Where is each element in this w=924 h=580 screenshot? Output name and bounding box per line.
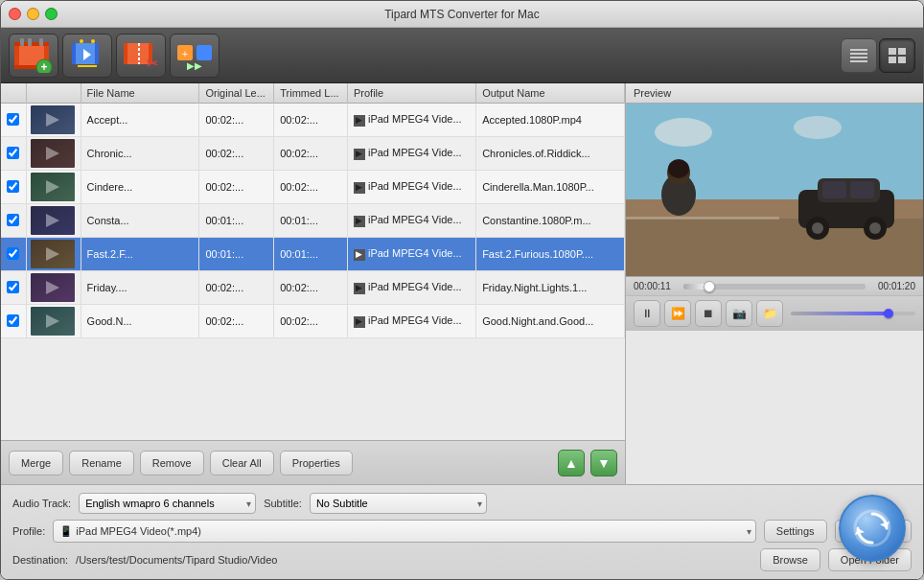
- row-profile: ▶iPad MPEG4 Vide...: [347, 305, 475, 338]
- svg-rect-23: [196, 45, 212, 60]
- row-checkbox[interactable]: [7, 113, 19, 126]
- svg-rect-18: [124, 43, 127, 64]
- svg-rect-32: [889, 57, 896, 63]
- edit-button[interactable]: [62, 34, 112, 78]
- main-window: Tipard MTS Converter for Mac +: [0, 0, 924, 580]
- row-thumb-cell: [26, 305, 81, 338]
- row-original: 00:01:...: [199, 238, 274, 271]
- folder-button[interactable]: 📁: [756, 300, 783, 327]
- preview-header: Preview: [626, 83, 923, 104]
- svg-text:+: +: [182, 48, 188, 59]
- close-button[interactable]: [9, 8, 21, 20]
- rename-button[interactable]: Rename: [69, 451, 134, 476]
- row-checkbox[interactable]: [7, 180, 19, 193]
- merge-button[interactable]: + ▶▶: [170, 34, 219, 78]
- preview-scene: [626, 104, 923, 276]
- list-view-icon: [850, 48, 867, 63]
- main-content: File Name Original Le... Trimmed L... Pr…: [1, 83, 923, 484]
- row-trimmed: 00:01:...: [274, 204, 348, 238]
- remove-button[interactable]: Remove: [140, 451, 204, 476]
- subtitle-dropdown[interactable]: No Subtitle: [310, 493, 487, 514]
- svg-rect-72: [626, 104, 923, 276]
- stop-button[interactable]: ⏹: [695, 300, 722, 327]
- volume-slider[interactable]: [791, 312, 915, 315]
- row-trimmed: 00:02:...: [274, 104, 348, 137]
- bottom-panel: Audio Track: English wmapro 6 channels S…: [1, 484, 923, 579]
- clip-icon: ✂: [124, 39, 158, 72]
- grid-view-icon: [889, 48, 906, 63]
- svg-point-15: [80, 39, 83, 43]
- row-filename: Accept...: [81, 104, 199, 137]
- svg-text:▶▶: ▶▶: [187, 60, 202, 71]
- playback-controls: ⏸ ⏩ ⏹ 📷 📁: [626, 295, 923, 331]
- progress-bar[interactable]: [683, 284, 866, 290]
- properties-button[interactable]: Properties: [280, 451, 353, 476]
- clear-all-button[interactable]: Clear All: [210, 451, 274, 476]
- audio-track-dropdown-wrap: English wmapro 6 channels: [79, 493, 256, 514]
- row-filename: Good.N...: [81, 305, 199, 338]
- grid-view-button[interactable]: [879, 38, 915, 73]
- col-output-header: Output Name: [476, 83, 625, 104]
- row-thumb-cell: [26, 204, 81, 238]
- row-checkbox-cell: [1, 305, 26, 338]
- row-original: 00:02:...: [199, 137, 274, 171]
- row-checkbox[interactable]: [7, 247, 19, 260]
- maximize-button[interactable]: [45, 8, 58, 20]
- svg-point-16: [91, 39, 95, 43]
- svg-point-73: [855, 511, 889, 545]
- pause-button[interactable]: ⏸: [634, 300, 660, 327]
- svg-rect-5: [20, 38, 24, 46]
- row-checkbox[interactable]: [7, 147, 19, 159]
- screenshot-button[interactable]: 📷: [726, 300, 752, 327]
- row-checkbox[interactable]: [7, 314, 19, 327]
- window-controls: [9, 8, 58, 20]
- add-video-icon: +: [14, 38, 53, 73]
- svg-rect-30: [889, 48, 896, 55]
- row-checkbox-cell: [1, 238, 26, 271]
- browse-button[interactable]: Browse: [760, 548, 820, 571]
- move-up-button[interactable]: ▲: [558, 450, 585, 476]
- row-thumbnail: [31, 105, 75, 134]
- time-total: 00:01:20: [869, 281, 915, 291]
- toolbar: + ✂: [1, 28, 923, 83]
- move-down-button[interactable]: ▼: [590, 450, 617, 476]
- minimize-button[interactable]: [27, 8, 39, 20]
- row-filename: Cindere...: [81, 171, 199, 204]
- add-video-button[interactable]: +: [9, 34, 58, 78]
- window-title: Tipard MTS Converter for Mac: [384, 8, 540, 21]
- row-output: Friday.Night.Lights.1...: [476, 271, 625, 305]
- row-filename: Fast.2.F...: [81, 238, 199, 271]
- row-thumb-cell: [26, 137, 81, 171]
- svg-rect-12: [95, 43, 99, 64]
- row-filename: Chronic...: [81, 137, 199, 171]
- convert-icon: [853, 509, 891, 547]
- row-checkbox-cell: [1, 104, 26, 137]
- svg-rect-31: [898, 48, 906, 55]
- row-checkbox[interactable]: [7, 214, 19, 226]
- clip-button[interactable]: ✂: [116, 34, 166, 78]
- row-original: 00:02:...: [199, 305, 274, 338]
- row-output: Constantine.1080P.m...: [476, 204, 625, 238]
- convert-button[interactable]: [839, 495, 906, 562]
- audio-track-label: Audio Track:: [12, 498, 71, 509]
- row-thumbnail: [31, 273, 75, 302]
- subtitle-dropdown-wrap: No Subtitle: [310, 493, 487, 514]
- row-thumb-cell: [26, 271, 81, 305]
- row-thumb-cell: [26, 104, 81, 137]
- subtitle-label: Subtitle:: [264, 498, 302, 509]
- col-check-header: [1, 83, 26, 104]
- fast-forward-button[interactable]: ⏩: [664, 300, 691, 327]
- row-original: 00:02:...: [199, 271, 274, 305]
- row-checkbox[interactable]: [7, 281, 19, 293]
- title-bar: Tipard MTS Converter for Mac: [1, 1, 923, 28]
- list-view-button[interactable]: [841, 38, 877, 73]
- row-thumbnail: [31, 307, 75, 336]
- row-output: Accepted.1080P.mp4: [476, 104, 625, 137]
- profile-dropdown[interactable]: 📱 iPad MPEG4 Video(*.mp4): [53, 520, 756, 543]
- col-trimmed-header: Trimmed L...: [274, 83, 348, 104]
- destination-row: Destination: /Users/test/Documents/Tipar…: [12, 548, 912, 571]
- merge-button[interactable]: Merge: [9, 451, 63, 476]
- col-profile-header: Profile: [347, 83, 475, 104]
- audio-track-dropdown[interactable]: English wmapro 6 channels: [79, 493, 256, 514]
- settings-button[interactable]: Settings: [764, 520, 827, 543]
